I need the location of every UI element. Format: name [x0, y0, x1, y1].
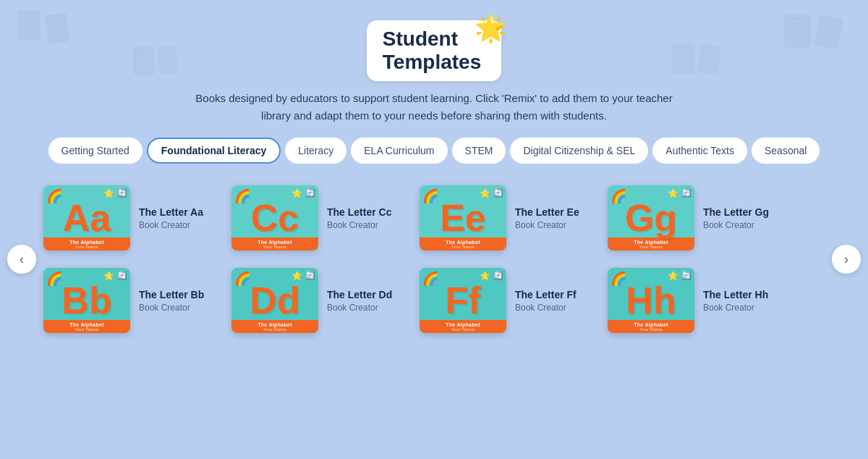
book-subtitle-aa: Book Creator: [139, 220, 210, 230]
books-row-2: 🌈 ⭐ 🔄 Bb The Alphabet Your Name The Lett…: [43, 268, 825, 333]
book-thumb-gg: 🌈 ⭐ 🔄 Gg The Alphabet Your Name: [608, 185, 694, 250]
prev-arrow[interactable]: ‹: [7, 245, 36, 274]
your-name-bb: Your Name: [45, 327, 129, 332]
book-letter-hh: Hh: [626, 282, 676, 319]
alphabet-label-hh: The Alphabet: [609, 322, 693, 327]
refresh-icon-dd: 🔄: [305, 271, 315, 280]
book-thumb-cc: 🌈 ⭐ 🔄 Cc The Alphabet Your Name: [231, 185, 318, 250]
refresh-icon-bb: 🔄: [117, 271, 127, 280]
book-subtitle-hh: Book Creator: [703, 303, 774, 313]
book-thumb-bb: 🌈 ⭐ 🔄 Bb The Alphabet Your Name: [43, 268, 130, 333]
tab-authentic-texts[interactable]: Authentic Texts: [652, 138, 747, 164]
title-badge: Student Templates 🌟: [367, 20, 501, 81]
subtitle-text: Books designed by educators to support s…: [188, 90, 680, 125]
book-thumb-ff: 🌈 ⭐ 🔄 Ff The Alphabet Your Name: [420, 268, 506, 333]
book-info-dd: The Letter Dd Book Creator: [327, 288, 398, 313]
tab-bar: Getting Started Foundational Literacy Li…: [14, 138, 854, 164]
book-info-aa: The Letter Aa Book Creator: [139, 206, 210, 230]
alphabet-label-aa: The Alphabet: [45, 240, 129, 245]
book-item-cc[interactable]: 🌈 ⭐ 🔄 Cc The Alphabet Your Name The Lett…: [231, 185, 398, 250]
book-label-strip-ee: The Alphabet Your Name: [420, 237, 506, 250]
header: Student Templates 🌟: [14, 0, 854, 90]
book-thumb-dd: 🌈 ⭐ 🔄 Dd The Alphabet Your Name: [231, 268, 318, 333]
book-item-gg[interactable]: 🌈 ⭐ 🔄 Gg The Alphabet Your Name The Lett…: [608, 185, 774, 250]
your-name-dd: Your Name: [233, 327, 317, 332]
book-letter-ee: Ee: [440, 199, 486, 237]
your-name-ff: Your Name: [421, 327, 505, 332]
book-label-strip-hh: The Alphabet Your Name: [608, 320, 694, 333]
book-title-bb: The Letter Bb: [139, 288, 210, 301]
tab-ela-curriculum[interactable]: ELA Curriculum: [351, 138, 447, 164]
your-name-aa: Your Name: [45, 245, 129, 249]
rainbow-icon-bb: 🌈: [46, 271, 62, 287]
alphabet-label-ff: The Alphabet: [421, 322, 505, 327]
book-label-strip-dd: The Alphabet Your Name: [231, 320, 318, 333]
rainbow-icon-ee: 🌈: [422, 188, 438, 204]
rainbow-icon-ff: 🌈: [422, 271, 438, 287]
book-info-cc: The Letter Cc Book Creator: [327, 206, 398, 230]
book-thumb-aa: 🌈 ⭐ 🔄 Aa The Alphabet Your Name: [43, 185, 130, 250]
alphabet-label-dd: The Alphabet: [233, 322, 317, 327]
alphabet-label-gg: The Alphabet: [609, 240, 693, 245]
content-area: ‹ › 🌈 ⭐ 🔄 Aa The Alphabet: [14, 185, 854, 333]
book-title-cc: The Letter Cc: [327, 206, 398, 219]
book-item-ff[interactable]: 🌈 ⭐ 🔄 Ff The Alphabet Your Name The Lett…: [420, 268, 586, 333]
book-title-hh: The Letter Hh: [703, 288, 774, 301]
book-label-strip-ff: The Alphabet Your Name: [420, 320, 506, 333]
rainbow-icon-cc: 🌈: [234, 188, 250, 204]
your-name-gg: Your Name: [609, 245, 693, 249]
book-subtitle-ff: Book Creator: [515, 303, 586, 313]
alphabet-label-cc: The Alphabet: [233, 240, 317, 245]
book-thumb-hh: 🌈 ⭐ 🔄 Hh The Alphabet Your Name: [608, 268, 694, 333]
rainbow-icon-aa: 🌈: [46, 188, 62, 204]
book-info-ee: The Letter Ee Book Creator: [515, 206, 586, 230]
book-item-ee[interactable]: 🌈 ⭐ 🔄 Ee The Alphabet Your Name The Lett…: [420, 185, 586, 250]
book-letter-aa: Aa: [63, 199, 111, 237]
book-info-bb: The Letter Bb Book Creator: [139, 288, 210, 313]
tab-digital-citizenship-sel[interactable]: Digital Citizenship & SEL: [510, 138, 648, 164]
book-subtitle-ee: Book Creator: [515, 220, 586, 230]
title-line1: Student: [383, 28, 458, 50]
book-item-bb[interactable]: 🌈 ⭐ 🔄 Bb The Alphabet Your Name The Lett…: [43, 268, 210, 333]
next-arrow[interactable]: ›: [832, 245, 861, 274]
book-title-ff: The Letter Ff: [515, 288, 586, 301]
book-thumb-ee: 🌈 ⭐ 🔄 Ee The Alphabet Your Name: [420, 185, 506, 250]
star-decoration: 🌟: [475, 13, 507, 43]
book-letter-dd: Dd: [250, 282, 299, 319]
refresh-icon-gg: 🔄: [681, 188, 692, 198]
book-subtitle-cc: Book Creator: [327, 220, 398, 230]
your-name-cc: Your Name: [233, 245, 317, 249]
tab-seasonal[interactable]: Seasonal: [752, 138, 820, 164]
tab-foundational-literacy[interactable]: Foundational Literacy: [147, 138, 281, 164]
refresh-icon-hh: 🔄: [681, 271, 692, 280]
book-title-ee: The Letter Ee: [515, 206, 586, 219]
book-label-strip-cc: The Alphabet Your Name: [231, 237, 318, 250]
refresh-icon-ff: 🔄: [493, 271, 503, 280]
refresh-icon-aa: 🔄: [117, 188, 127, 198]
book-subtitle-gg: Book Creator: [703, 220, 774, 230]
refresh-icon-cc: 🔄: [305, 188, 315, 198]
book-label-strip-aa: The Alphabet Your Name: [43, 237, 130, 250]
book-subtitle-dd: Book Creator: [327, 303, 398, 313]
books-row-1: 🌈 ⭐ 🔄 Aa The Alphabet Your Name The Lett…: [43, 185, 825, 250]
tab-getting-started[interactable]: Getting Started: [48, 138, 142, 164]
book-letter-cc: Cc: [251, 199, 299, 237]
page-title: Student Templates: [383, 28, 481, 74]
book-item-hh[interactable]: 🌈 ⭐ 🔄 Hh The Alphabet Your Name The Lett…: [608, 268, 774, 333]
book-label-strip-gg: The Alphabet Your Name: [608, 237, 694, 250]
book-info-ff: The Letter Ff Book Creator: [515, 288, 586, 313]
book-letter-bb: Bb: [61, 282, 111, 319]
book-subtitle-bb: Book Creator: [139, 303, 210, 313]
alphabet-label-ee: The Alphabet: [421, 240, 505, 245]
rainbow-icon-dd: 🌈: [234, 271, 250, 287]
tab-literacy[interactable]: Literacy: [285, 138, 346, 164]
book-label-strip-bb: The Alphabet Your Name: [43, 320, 130, 333]
tab-stem[interactable]: STEM: [452, 138, 506, 164]
book-item-aa[interactable]: 🌈 ⭐ 🔄 Aa The Alphabet Your Name The Lett…: [43, 185, 210, 250]
rainbow-icon-gg: 🌈: [610, 188, 626, 204]
your-name-hh: Your Name: [609, 327, 693, 332]
book-letter-ff: Ff: [445, 282, 480, 319]
alphabet-label-bb: The Alphabet: [45, 322, 129, 327]
book-item-dd[interactable]: 🌈 ⭐ 🔄 Dd The Alphabet Your Name The Lett…: [231, 268, 398, 333]
book-letter-gg: Gg: [625, 199, 677, 237]
